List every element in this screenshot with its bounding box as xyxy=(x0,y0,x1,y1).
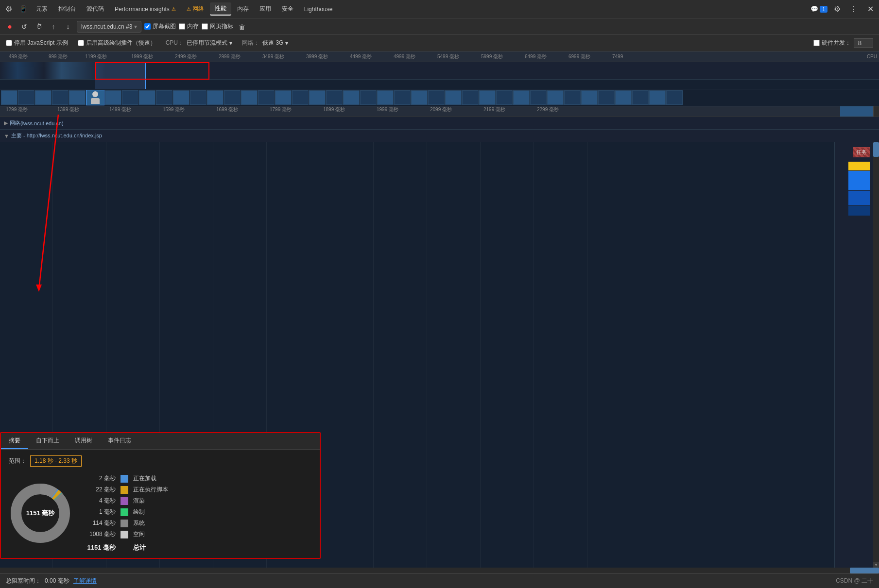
tab-summary[interactable]: 摘要 xyxy=(1,433,28,449)
menu-item-performance-insights[interactable]: Performance insights ⚠ xyxy=(110,4,181,15)
disable-js-input[interactable] xyxy=(6,40,12,46)
total-time: 1151 毫秒 xyxy=(86,543,116,552)
more-button[interactable]: ⋮ xyxy=(847,2,861,16)
frame-thumb[interactable] xyxy=(479,90,496,105)
memory-checkbox-input[interactable] xyxy=(179,23,185,30)
frame-thumb[interactable] xyxy=(598,90,615,105)
frame-thumb[interactable] xyxy=(326,90,343,105)
network-throttle-value[interactable]: 低速 3G ▾ xyxy=(262,39,288,47)
menu-item-elements[interactable]: 元素 xyxy=(31,3,52,15)
vscroll-down[interactable]: ▼ xyxy=(873,562,879,568)
hardware-concurrency-input[interactable] xyxy=(854,38,873,48)
frame-thumb[interactable] xyxy=(156,90,172,105)
settings-button[interactable]: ⚙ xyxy=(830,2,844,16)
hscroll-thumb[interactable] xyxy=(850,568,879,573)
menu-item-network[interactable]: ⚠ 网络 xyxy=(182,3,209,15)
screenshot-checkbox[interactable]: 屏幕截图 xyxy=(144,22,176,31)
hardware-checkbox[interactable]: 硬件并发： xyxy=(813,39,851,47)
frame-thumb[interactable] xyxy=(52,90,69,105)
frame-thumb-selected[interactable] xyxy=(86,90,104,105)
memory-checkbox[interactable]: 内存 xyxy=(179,22,199,31)
upload-button[interactable]: ↑ xyxy=(48,21,59,33)
frame-thumb[interactable] xyxy=(241,90,258,105)
frame-thumb[interactable] xyxy=(122,90,138,105)
frame-thumb[interactable] xyxy=(105,90,121,105)
device-icon[interactable]: 📱 xyxy=(17,2,30,16)
frame-thumb[interactable] xyxy=(496,90,513,105)
screenshot-checkbox-input[interactable] xyxy=(144,23,151,30)
menu-item-console[interactable]: 控制台 xyxy=(53,3,81,15)
menu-item-memory[interactable]: 内存 xyxy=(232,3,254,15)
message-badge[interactable]: 💬 1 xyxy=(810,5,827,13)
enable-plugin-input[interactable] xyxy=(78,40,84,46)
frame-thumb[interactable] xyxy=(224,90,241,105)
frame-thumb[interactable] xyxy=(360,90,377,105)
frame-thumb[interactable] xyxy=(547,90,564,105)
menu-item-security[interactable]: 安全 xyxy=(277,3,298,15)
menu-item-lighthouse[interactable]: Lighthouse xyxy=(299,4,338,15)
main-expand-arrow[interactable]: ▼ xyxy=(4,133,9,139)
frame-thumb[interactable] xyxy=(207,90,224,105)
frame-thumb[interactable] xyxy=(190,90,207,105)
timer-button[interactable]: ⏱ xyxy=(33,21,45,33)
frame-thumb[interactable] xyxy=(394,90,411,105)
frame-thumb[interactable] xyxy=(69,90,86,105)
network-section-label: 网络 xyxy=(10,119,20,127)
learn-more-link[interactable]: 了解详情 xyxy=(73,577,97,585)
vscroll-thumb[interactable] xyxy=(873,142,879,157)
tab-bottom-up[interactable]: 自下而上 xyxy=(28,433,67,449)
refresh-button[interactable]: ↺ xyxy=(18,21,30,33)
menu-item-sources[interactable]: 源代码 xyxy=(82,3,109,15)
disable-js-checkbox[interactable]: 停用 JavaScript 示例 xyxy=(6,39,68,47)
frame-thumb[interactable] xyxy=(292,90,309,105)
enable-plugin-checkbox[interactable]: 启用高级绘制插件（慢速） xyxy=(78,39,156,47)
frame-thumb[interactable] xyxy=(649,90,666,105)
record-button[interactable]: ● xyxy=(4,21,16,33)
frame-thumb[interactable] xyxy=(632,90,649,105)
frame-thumb[interactable] xyxy=(35,90,52,105)
vscroll[interactable]: ▼ xyxy=(873,142,879,568)
frame-thumb[interactable] xyxy=(258,90,275,105)
download-button[interactable]: ↓ xyxy=(62,21,74,33)
frame-thumb[interactable] xyxy=(18,90,34,105)
hardware-input[interactable] xyxy=(813,40,820,46)
frame-thumb[interactable] xyxy=(615,90,632,105)
devtools-icon[interactable]: ⚙ xyxy=(2,2,16,16)
hscroll-track[interactable] xyxy=(0,568,879,573)
frame-thumb[interactable] xyxy=(513,90,530,105)
cpu-value[interactable]: 已停用节流模式 ▾ xyxy=(187,39,232,47)
network-section-header[interactable]: ▶ 网络 (lwss.ncut.edu.cn) xyxy=(0,117,879,130)
frame-thumb[interactable] xyxy=(428,90,445,105)
cpu-track[interactable] xyxy=(0,62,879,80)
network-indicator-checkbox[interactable]: 网页指标 xyxy=(202,22,233,31)
network-overview-track[interactable] xyxy=(0,80,879,89)
frame-thumb[interactable] xyxy=(1,90,17,105)
main-section-header[interactable]: ▼ 主要 - http://lwss.ncut.edu.cn/index.jsp xyxy=(0,130,879,142)
legend-color-system xyxy=(121,520,128,527)
network-indicator-input[interactable] xyxy=(202,23,208,30)
frames-strip[interactable] xyxy=(0,89,879,106)
close-button[interactable]: ✕ xyxy=(863,2,877,16)
frame-thumb[interactable] xyxy=(309,90,326,105)
frame-thumb[interactable] xyxy=(275,90,292,105)
frame-thumb[interactable] xyxy=(581,90,598,105)
frame-thumb[interactable] xyxy=(564,90,581,105)
trash-button[interactable]: 🗑 xyxy=(236,21,248,33)
frame-thumb[interactable] xyxy=(377,90,394,105)
menu-item-performance[interactable]: 性能 xyxy=(210,2,231,16)
frame-thumb[interactable] xyxy=(411,90,428,105)
frame-thumb[interactable] xyxy=(139,90,155,105)
tab-event-log[interactable]: 事件日志 xyxy=(100,433,139,449)
tab-call-tree[interactable]: 调用树 xyxy=(67,433,100,449)
menu-item-application[interactable]: 应用 xyxy=(255,3,276,15)
frame-thumb[interactable] xyxy=(173,90,190,105)
frame-thumb[interactable] xyxy=(666,90,683,105)
frame-thumb[interactable] xyxy=(445,90,462,105)
url-selector[interactable]: lwss.ncut.edu.cn #3 ▾ xyxy=(77,21,141,33)
range-bar: 范围： 1.18 秒 - 2.33 秒 xyxy=(9,455,312,467)
vscroll-top[interactable] xyxy=(873,106,879,117)
frame-thumb[interactable] xyxy=(530,90,547,105)
network-expand-arrow[interactable]: ▶ xyxy=(4,120,8,126)
frame-thumb[interactable] xyxy=(462,90,479,105)
frame-thumb[interactable] xyxy=(343,90,360,105)
